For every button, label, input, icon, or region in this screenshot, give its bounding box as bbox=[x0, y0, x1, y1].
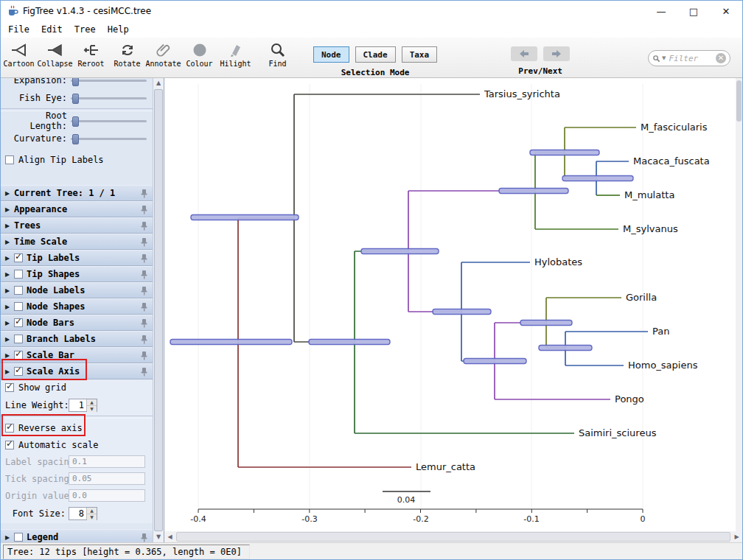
scrollbar-thumb[interactable] bbox=[176, 532, 730, 542]
curvature-slider[interactable] bbox=[71, 133, 148, 144]
colour-icon bbox=[191, 40, 209, 60]
spinner-down-icon[interactable]: ▼ bbox=[87, 406, 97, 412]
root-length-slider[interactable] bbox=[71, 115, 148, 127]
node-labels-checkbox[interactable] bbox=[14, 286, 23, 295]
taxa-labels[interactable]: Tarsius_syrichta M_fascicularis Macaca_f… bbox=[416, 88, 710, 472]
sidebar-scrollbar[interactable]: ▲ ▼ bbox=[153, 78, 164, 542]
tip-labels-checkbox[interactable] bbox=[14, 253, 23, 262]
pin-icon[interactable] bbox=[140, 286, 148, 295]
sidebar-section-legend[interactable]: ▶ Legend bbox=[1, 529, 153, 542]
prev-button[interactable] bbox=[511, 46, 537, 61]
sidebar-section-trees[interactable]: ▶ Trees bbox=[1, 217, 153, 234]
pin-icon[interactable] bbox=[140, 533, 148, 542]
scroll-down-icon[interactable]: ▼ bbox=[153, 532, 164, 542]
rotate-button[interactable]: Rotate bbox=[109, 40, 145, 69]
chevron-right-icon: ▶ bbox=[5, 352, 14, 359]
close-button[interactable]: ✕ bbox=[710, 1, 742, 21]
sidebar-section-node-bars[interactable]: ▶ Node Bars bbox=[1, 315, 153, 331]
minimize-button[interactable]: — bbox=[645, 1, 677, 21]
scroll-left-icon[interactable]: ◀ bbox=[164, 533, 175, 540]
hilight-icon bbox=[227, 40, 245, 60]
show-grid-checkbox[interactable] bbox=[5, 383, 14, 392]
pin-icon[interactable] bbox=[140, 205, 148, 214]
scroll-up-icon[interactable]: ▲ bbox=[153, 78, 164, 88]
hilight-button[interactable]: Hilight bbox=[217, 40, 254, 69]
pin-icon[interactable] bbox=[140, 318, 148, 328]
align-tip-labels-checkbox[interactable] bbox=[5, 155, 14, 164]
reverse-axis-checkbox[interactable] bbox=[5, 424, 14, 433]
menu-help[interactable]: Help bbox=[102, 24, 135, 35]
pin-icon[interactable] bbox=[140, 237, 148, 247]
sidebar-section-node-labels[interactable]: ▶ Node Labels bbox=[1, 282, 153, 298]
selection-mode-node[interactable]: Node bbox=[313, 46, 349, 63]
taxon-label: Pongo bbox=[615, 393, 644, 405]
legend-checkbox[interactable] bbox=[14, 533, 23, 542]
svg-text:0: 0 bbox=[641, 514, 646, 524]
scale-axis-checkbox[interactable] bbox=[14, 367, 23, 376]
tree-viewport[interactable]: Tarsius_syrichta M_fascicularis Macaca_f… bbox=[164, 78, 736, 531]
pin-icon[interactable] bbox=[140, 253, 148, 263]
spinner-up-icon[interactable]: ▲ bbox=[87, 508, 97, 514]
sidebar-section-scale-bar[interactable]: ▶ Scale Bar bbox=[1, 347, 153, 363]
collapse-icon bbox=[46, 40, 64, 60]
pin-icon[interactable] bbox=[140, 302, 148, 312]
pin-icon[interactable] bbox=[140, 270, 148, 279]
root-length-slider-row: Root Length: bbox=[1, 112, 153, 130]
chevron-right-icon: ▶ bbox=[5, 336, 14, 343]
tip-shapes-checkbox[interactable] bbox=[14, 270, 23, 279]
line-weight-spinner[interactable]: 1 ▲▼ bbox=[69, 399, 97, 412]
sidebar-section-branch-labels[interactable]: ▶ Branch Labels bbox=[1, 331, 153, 347]
filter-clear-button[interactable]: ✕ bbox=[716, 53, 726, 63]
cartoon-button[interactable]: Cartoon bbox=[1, 40, 37, 69]
menu-bar: File Edit Tree Help bbox=[1, 21, 742, 38]
scrollbar-thumb[interactable] bbox=[154, 89, 163, 531]
sidebar-section-appearance[interactable]: ▶ Appearance bbox=[1, 201, 153, 217]
sidebar-section-tip-shapes[interactable]: ▶ Tip Shapes bbox=[1, 266, 153, 282]
expansion-slider[interactable] bbox=[71, 78, 148, 86]
pin-icon[interactable] bbox=[140, 351, 148, 360]
selection-mode-taxa[interactable]: Taxa bbox=[402, 46, 438, 63]
sidebar-section-node-shapes[interactable]: ▶ Node Shapes bbox=[1, 298, 153, 315]
sidebar-section-current-tree[interactable]: ▶ Current Tree: 1 / 1 bbox=[1, 185, 153, 201]
tree-status-text: Tree: 12 tips [height = 0.365, length = … bbox=[3, 545, 250, 559]
selection-mode-clade[interactable]: Clade bbox=[355, 46, 396, 63]
annotate-icon bbox=[155, 40, 172, 60]
automatic-scale-checkbox[interactable] bbox=[5, 441, 14, 449]
taxon-label: Lemur_catta bbox=[416, 461, 475, 472]
canvas-vertical-scrollbar[interactable] bbox=[736, 78, 742, 531]
status-bar: Tree: 12 tips [height = 0.365, length = … bbox=[1, 542, 742, 560]
scroll-right-icon[interactable]: ▶ bbox=[731, 533, 742, 540]
sidebar-section-time-scale[interactable]: ▶ Time Scale bbox=[1, 234, 153, 250]
find-button[interactable]: Find bbox=[259, 40, 296, 69]
next-button[interactable] bbox=[543, 46, 570, 61]
menu-edit[interactable]: Edit bbox=[35, 24, 69, 35]
spinner-up-icon[interactable]: ▲ bbox=[87, 399, 97, 406]
font-size-spinner[interactable]: 8 ▲▼ bbox=[69, 507, 97, 520]
chevron-down-icon[interactable]: ▼ bbox=[662, 55, 666, 61]
filter-input[interactable] bbox=[667, 53, 714, 64]
spinner-down-icon[interactable]: ▼ bbox=[87, 514, 97, 520]
filter-box[interactable]: ▼ ✕ bbox=[648, 50, 730, 66]
canvas-horizontal-scrollbar[interactable]: ◀ ▶ bbox=[164, 531, 742, 542]
sidebar-section-tip-labels[interactable]: ▶ Tip Labels bbox=[1, 250, 153, 266]
pin-icon[interactable] bbox=[140, 221, 148, 231]
pin-icon[interactable] bbox=[140, 189, 148, 198]
node-shapes-checkbox[interactable] bbox=[14, 302, 23, 311]
fish-eye-slider[interactable] bbox=[71, 92, 148, 104]
pin-icon[interactable] bbox=[140, 367, 148, 377]
node-bars-checkbox[interactable] bbox=[14, 318, 23, 327]
collapse-button[interactable]: Collapse bbox=[37, 40, 73, 69]
colour-button[interactable]: Colour bbox=[181, 40, 217, 69]
sidebar-section-scale-axis[interactable]: ▶ Scale Axis bbox=[1, 363, 153, 379]
annotate-button[interactable]: Annotate bbox=[145, 40, 181, 69]
menu-file[interactable]: File bbox=[2, 24, 35, 35]
pin-icon[interactable] bbox=[140, 335, 148, 344]
branch-labels-checkbox[interactable] bbox=[14, 335, 23, 343]
maximize-button[interactable]: □ bbox=[677, 1, 710, 21]
scrollbar-thumb[interactable] bbox=[736, 80, 742, 122]
rotate-icon bbox=[119, 40, 136, 60]
taxon-label: Macaca_fuscata bbox=[633, 155, 710, 167]
reroot-button[interactable]: Reroot bbox=[73, 40, 109, 69]
menu-tree[interactable]: Tree bbox=[69, 24, 102, 35]
scale-bar-checkbox[interactable] bbox=[14, 351, 23, 360]
